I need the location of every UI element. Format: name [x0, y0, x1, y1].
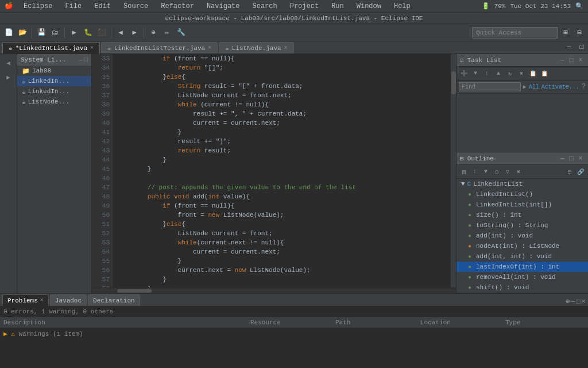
- outline-item-0[interactable]: ●LinkedIntList(): [457, 189, 588, 200]
- bottom-max[interactable]: □: [577, 298, 581, 306]
- task-list-close[interactable]: ×: [577, 56, 585, 64]
- task-sort[interactable]: ↕: [482, 68, 492, 79]
- task-activate-label[interactable]: Activate...: [541, 84, 579, 90]
- explorer-tester[interactable]: ☕ LinkedIn...: [17, 86, 91, 97]
- bottom-new-console[interactable]: ⊕: [566, 297, 570, 306]
- tab-listnode[interactable]: ☕ ListNode.java ×: [219, 42, 293, 53]
- task-all-label[interactable]: All: [529, 84, 539, 90]
- outline-hide-fields[interactable]: ▤: [459, 167, 469, 177]
- scrollbar-vertical[interactable]: [450, 54, 456, 288]
- toolbar-extra2[interactable]: ✏: [161, 26, 173, 39]
- tab-declaration[interactable]: Declaration: [88, 294, 140, 306]
- tab-problems[interactable]: Problems ×: [2, 294, 49, 306]
- apple-menu[interactable]: 🍎: [5, 2, 13, 10]
- toolbar-run[interactable]: ▶: [68, 26, 80, 39]
- problems-tab-close[interactable]: ×: [40, 297, 44, 304]
- outline-filter4[interactable]: ✖: [513, 167, 524, 177]
- col-path: Path: [333, 319, 418, 326]
- code-area[interactable]: 3334353637383940414243444546474849505152…: [92, 54, 456, 288]
- outline-collapse-all[interactable]: ⊟: [564, 167, 575, 177]
- outline-icon: ⊞: [460, 155, 464, 162]
- outline-filter3[interactable]: ▽: [502, 167, 513, 177]
- problems-warning-row[interactable]: ▶ ⚠ Warnings (1 item): [0, 328, 588, 339]
- explorer-min[interactable]: —: [79, 56, 83, 63]
- tab-close-2[interactable]: ×: [284, 45, 288, 51]
- menu-help[interactable]: Help: [392, 2, 413, 10]
- toolbar-forward[interactable]: ▶: [128, 26, 141, 39]
- outline-filter1[interactable]: ▼: [481, 167, 491, 177]
- task-list-icon: ☑: [460, 56, 464, 64]
- menu-project[interactable]: Project: [288, 2, 321, 10]
- toolbar-new[interactable]: 📄: [2, 26, 15, 39]
- toolbar-extra3[interactable]: 🔧: [175, 26, 187, 39]
- code-content[interactable]: if (front == null){ return "[]"; }else{ …: [113, 54, 450, 288]
- toolbar-open[interactable]: 📂: [16, 26, 29, 39]
- sidebar-collapse[interactable]: ◀: [2, 56, 15, 69]
- task-x1[interactable]: ✖: [516, 68, 527, 79]
- toolbar-stop[interactable]: ⬛: [95, 26, 108, 39]
- menu-eclipse[interactable]: Eclipse: [21, 2, 55, 10]
- tab-max[interactable]: □: [575, 41, 588, 53]
- outline-close[interactable]: ×: [577, 155, 585, 163]
- explorer-listnode[interactable]: ☕ ListNode...: [17, 97, 91, 107]
- task-add[interactable]: ➕: [459, 68, 469, 79]
- outline-item-3[interactable]: ●toString() : String: [457, 220, 588, 231]
- task-expand[interactable]: ↻: [505, 68, 515, 79]
- task-list-min[interactable]: —: [558, 56, 566, 64]
- toolbar-save-all[interactable]: 🗂: [49, 26, 61, 39]
- menu-navigate[interactable]: Navigate: [204, 2, 242, 10]
- outline-item-5[interactable]: ●nodeAt(int) : ListNode: [457, 241, 588, 251]
- menu-source[interactable]: Source: [121, 2, 150, 10]
- toolbar-back[interactable]: ◀: [114, 26, 127, 39]
- bottom-min[interactable]: —: [571, 298, 575, 306]
- outline-item-1[interactable]: ●LinkedIntList(int[]): [457, 200, 588, 210]
- outline-item-2[interactable]: ●size() : int: [457, 210, 588, 220]
- task-filter[interactable]: ▼: [470, 68, 481, 79]
- explorer-lab08[interactable]: 📁 lab08: [17, 66, 91, 76]
- task-x2[interactable]: 📋: [528, 68, 538, 79]
- menu-refactor[interactable]: Refactor: [158, 2, 196, 10]
- task-list-max[interactable]: □: [567, 56, 575, 64]
- toolbar-extra1[interactable]: ⊕: [147, 26, 160, 39]
- tab-close-1[interactable]: ×: [208, 45, 211, 51]
- toolbar-save[interactable]: 💾: [35, 26, 48, 39]
- tab-linkedintlist[interactable]: ☕ *LinkedIntList.java ×: [2, 42, 100, 53]
- search-icon[interactable]: 🔍: [575, 2, 583, 10]
- toolbar-debug[interactable]: 🐛: [82, 26, 94, 39]
- outline-item-label-7: lastIndexOf(int) : int: [476, 263, 559, 270]
- sidebar-expand[interactable]: ▶: [2, 71, 15, 83]
- menu-run[interactable]: Run: [329, 2, 346, 10]
- outline-item-7[interactable]: ●lastIndexOf(int) : int: [457, 262, 588, 272]
- bottom-close[interactable]: ×: [582, 298, 586, 306]
- task-search-bar: Find ▶ All Activate... ?: [457, 80, 588, 94]
- outline-item-4[interactable]: ●add(int) : void: [457, 231, 588, 241]
- outline-item-8[interactable]: ●removeAll(int) : void: [457, 272, 588, 282]
- task-x3[interactable]: 📋: [539, 68, 550, 79]
- outline-min[interactable]: —: [558, 155, 566, 163]
- horizontal-scrollbar[interactable]: [92, 288, 456, 293]
- menu-file[interactable]: File: [63, 2, 84, 10]
- outline-filter2[interactable]: ◯: [492, 167, 502, 177]
- outline-link[interactable]: 🔗: [575, 167, 586, 177]
- task-search-input[interactable]: Find: [459, 82, 521, 91]
- menu-edit[interactable]: Edit: [92, 2, 113, 10]
- tab-close-0[interactable]: ×: [90, 45, 94, 51]
- menu-window[interactable]: Window: [354, 2, 384, 10]
- task-collapse[interactable]: ▲: [493, 68, 504, 79]
- outline-class[interactable]: ▼ C LinkedIntList: [457, 179, 588, 189]
- menu-search[interactable]: Search: [250, 2, 279, 10]
- outline-item-label-0: LinkedIntList(): [476, 191, 533, 198]
- outline-item-9[interactable]: ●shift() : void: [457, 282, 588, 293]
- outline-item-6[interactable]: ●add(int, int) : void: [457, 251, 588, 262]
- outline-sort[interactable]: ↕: [470, 167, 480, 177]
- outline-max[interactable]: □: [567, 155, 575, 163]
- tab-javadoc[interactable]: Javadoc: [50, 294, 87, 306]
- task-help-icon[interactable]: ?: [582, 83, 586, 91]
- toolbar-perspective[interactable]: ⊞: [559, 26, 572, 39]
- tab-min[interactable]: —: [563, 41, 575, 53]
- explorer-linkedintlist[interactable]: ☕ LinkedIn...: [17, 76, 91, 86]
- quick-access-box[interactable]: Quick Access: [472, 27, 558, 39]
- explorer-max[interactable]: □: [84, 56, 88, 63]
- tab-tester[interactable]: ☕ LinkedIntListTester.java ×: [101, 42, 218, 53]
- toolbar-views[interactable]: ⊟: [573, 26, 586, 39]
